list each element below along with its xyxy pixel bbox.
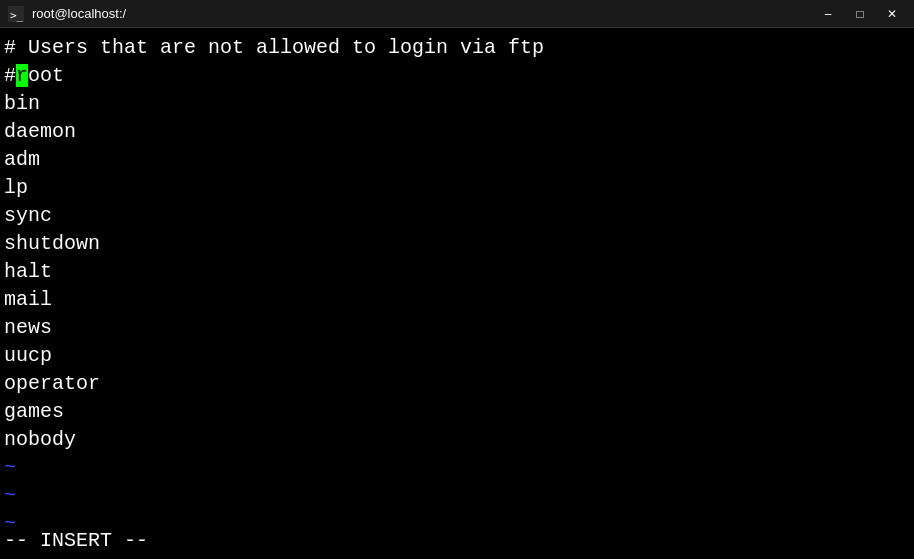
line-shutdown: shutdown [4, 230, 910, 258]
line-lp: lp [4, 174, 910, 202]
line-sync: sync [4, 202, 910, 230]
svg-text:>_: >_ [10, 9, 24, 22]
line-halt: halt [4, 258, 910, 286]
line-bin: bin [4, 90, 910, 118]
terminal-icon: >_ [8, 6, 24, 22]
line-operator: operator [4, 370, 910, 398]
window-controls: – □ ✕ [814, 4, 906, 24]
title-bar-left: >_ root@localhost:/ [8, 6, 126, 22]
line-daemon: daemon [4, 118, 910, 146]
line-comment: # Users that are not allowed to login vi… [4, 34, 910, 62]
terminal-body: # Users that are not allowed to login vi… [0, 28, 914, 559]
line-root: #root [4, 62, 910, 90]
line-news: news [4, 314, 910, 342]
window-title: root@localhost:/ [32, 6, 126, 21]
line-nobody: nobody [4, 426, 910, 454]
line-tilde2: ~ [4, 482, 910, 510]
title-bar: >_ root@localhost:/ – □ ✕ [0, 0, 914, 28]
status-line: -- INSERT -- [4, 527, 148, 555]
close-button[interactable]: ✕ [878, 4, 906, 24]
line-tilde1: ~ [4, 454, 910, 482]
line-games: games [4, 398, 910, 426]
line-adm: adm [4, 146, 910, 174]
minimize-button[interactable]: – [814, 4, 842, 24]
maximize-button[interactable]: □ [846, 4, 874, 24]
line-mail: mail [4, 286, 910, 314]
line-uucp: uucp [4, 342, 910, 370]
